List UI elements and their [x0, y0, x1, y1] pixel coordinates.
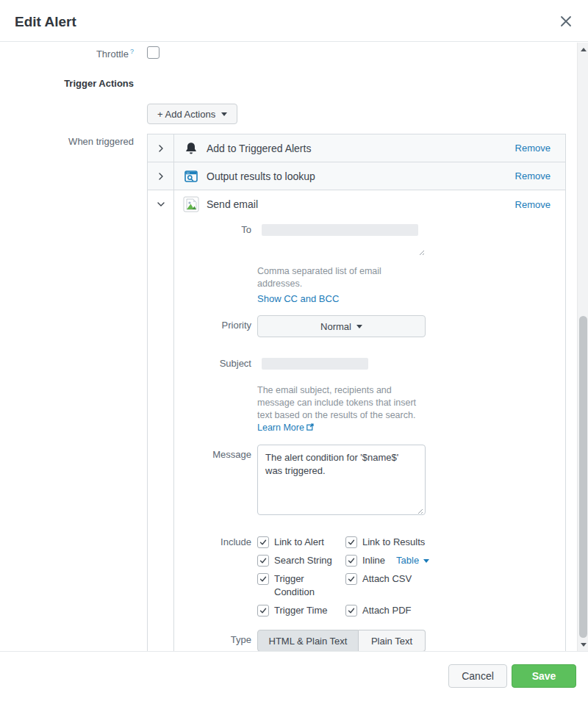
include-option-attach-csv: Attach CSV [345, 572, 429, 599]
include-options-grid: Link to Alert Link to Results [257, 536, 428, 617]
type-option-html-plain[interactable]: HTML & Plain Text [257, 630, 359, 651]
close-icon[interactable] [560, 15, 572, 27]
subject-help-text: The email subject, recipients and messag… [257, 384, 426, 434]
edit-alert-modal: Edit Alert Throttle? Trigger Actions [0, 0, 588, 701]
bell-icon [183, 140, 199, 157]
show-cc-bcc-link[interactable]: Show CC and BCC [257, 293, 339, 304]
page-title: Edit Alert [15, 14, 76, 30]
checkbox-checked[interactable] [257, 555, 269, 567]
modal-body: Throttle? Trigger Actions + Add Actions [0, 43, 588, 651]
lookup-icon [183, 168, 199, 184]
checkbox-checked[interactable] [345, 605, 357, 616]
email-icon [183, 196, 199, 212]
cancel-button[interactable]: Cancel [448, 664, 507, 688]
subject-input[interactable] [257, 353, 426, 375]
throttle-row: Throttle? [0, 46, 577, 60]
include-option-search-string: Search String [257, 554, 345, 567]
include-option-trigger-time: Trigger Time [257, 604, 345, 617]
scroll-down-arrow-icon[interactable] [578, 639, 588, 650]
when-triggered-label: When triggered [0, 134, 134, 147]
chevron-down-icon [221, 112, 227, 116]
external-link-icon [306, 423, 314, 433]
priority-label: Priority [174, 315, 251, 331]
include-option-trigger-condition: Trigger Condition [257, 572, 345, 599]
include-option-attach-pdf: Attach PDF [345, 604, 429, 617]
scroll-up-arrow-icon[interactable] [578, 44, 588, 54]
checkbox-checked[interactable] [345, 573, 357, 585]
to-label: To [174, 220, 251, 235]
resize-grip-icon[interactable] [417, 248, 424, 255]
priority-dropdown[interactable]: Normal [257, 315, 426, 337]
learn-more-link[interactable]: Learn More [257, 423, 304, 433]
checkbox-checked[interactable] [257, 605, 269, 616]
include-label: Include [174, 536, 251, 547]
scrollbar-thumb[interactable] [579, 316, 587, 638]
help-question-icon[interactable]: ? [130, 48, 134, 55]
checkbox-checked[interactable] [257, 536, 269, 548]
redacted-subject [262, 358, 368, 370]
message-label: Message [174, 445, 251, 460]
checkbox-checked[interactable] [257, 573, 269, 585]
type-label: Type [174, 630, 251, 645]
chevron-down-icon [423, 559, 429, 563]
remove-link[interactable]: Remove [515, 143, 565, 154]
include-option-inline: Inline Table [345, 554, 429, 567]
modal-header: Edit Alert [0, 0, 588, 42]
send-email-form: To Comma separated list of email address… [174, 218, 565, 651]
throttle-label: Throttle? [0, 46, 134, 60]
message-textarea[interactable]: The alert condition for '$name$' was tri… [257, 445, 426, 515]
save-button[interactable]: Save [512, 664, 576, 688]
trigger-actions-heading: Trigger Actions [0, 78, 134, 89]
add-actions-button[interactable]: + Add Actions [147, 104, 237, 124]
include-option-link-to-alert: Link to Alert [257, 536, 345, 549]
expand-chevron-right-icon[interactable] [148, 162, 174, 190]
trigger-actions-section: Trigger Actions [0, 78, 577, 89]
include-option-link-to-results: Link to Results [345, 536, 429, 549]
vertical-scrollbar[interactable] [577, 43, 588, 651]
checkbox-checked[interactable] [345, 555, 357, 567]
action-row-send-email: Send email Remove To [148, 190, 565, 651]
action-title: Add to Triggered Alerts [207, 143, 311, 154]
inline-table-dropdown[interactable]: Table [396, 554, 429, 567]
expand-chevron-right-icon[interactable] [148, 134, 174, 162]
action-row-triggered-alerts: Add to Triggered Alerts Remove [148, 134, 565, 162]
trigger-actions-table: Add to Triggered Alerts Remove [147, 134, 566, 651]
action-row-output-lookup: Output results to lookup Remove [148, 162, 565, 190]
to-help-text: Comma separated list of email addresses. [257, 265, 426, 290]
remove-link[interactable]: Remove [515, 170, 565, 181]
remove-link[interactable]: Remove [515, 199, 565, 210]
to-textarea[interactable] [257, 220, 426, 256]
action-title: Output results to lookup [207, 170, 315, 182]
type-option-plain[interactable]: Plain Text [359, 630, 426, 651]
action-title: Send email [207, 198, 258, 210]
throttle-checkbox[interactable] [147, 46, 159, 59]
modal-footer: Cancel Save [0, 651, 588, 701]
subject-label: Subject [174, 353, 251, 369]
checkbox-checked[interactable] [345, 536, 357, 548]
chevron-down-icon [356, 325, 362, 328]
redacted-email-addresses [262, 224, 418, 236]
email-type-segmented-control: HTML & Plain Text Plain Text [257, 630, 426, 651]
collapse-chevron-down-icon[interactable] [148, 190, 174, 218]
